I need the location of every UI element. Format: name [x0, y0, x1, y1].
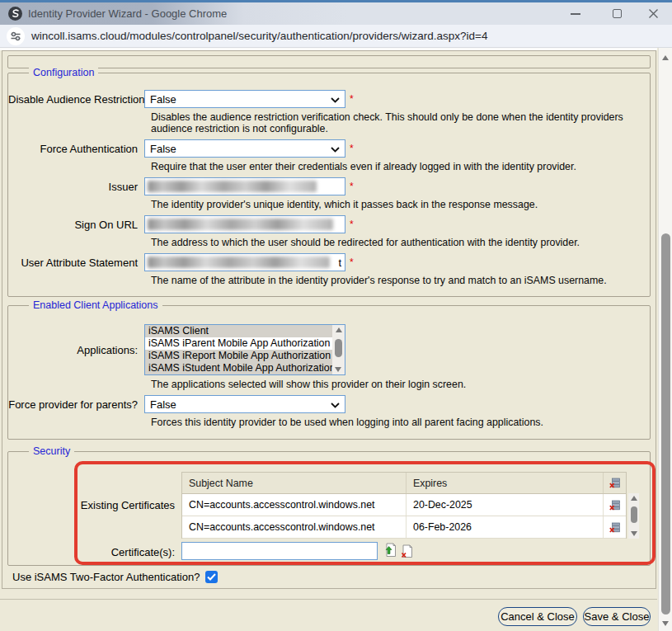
tune-icon: [10, 31, 21, 42]
close-button[interactable]: [637, 2, 670, 25]
enabled-client-applications-fieldset: Enabled Client Applications Applications…: [7, 305, 651, 440]
two-factor-checkbox[interactable]: [205, 571, 218, 583]
scroll-down-icon[interactable]: [662, 621, 669, 626]
table-scrollbar[interactable]: [628, 493, 639, 539]
scrollbar-thumb[interactable]: [661, 233, 670, 615]
force-authentication-row: Force Authentication False *: [8, 139, 650, 158]
issuer-input[interactable]: [144, 177, 345, 195]
applications-label: Applications:: [8, 344, 144, 356]
table-row[interactable]: CN=accounts.accesscontrol.windows.net 20…: [182, 494, 626, 516]
issuer-row: Issuer *: [8, 177, 650, 195]
disable-audience-restriction-row: Disable Audience Restriction False *: [8, 90, 650, 108]
footer-divider: [0, 599, 657, 600]
enabled-client-applications-legend: Enabled Client Applications: [29, 299, 162, 312]
sign-on-url-input[interactable]: [144, 215, 345, 233]
save-close-button[interactable]: Save & Close: [583, 607, 651, 626]
user-attribute-statement-row: User Attribute Statement t *: [8, 253, 650, 271]
delete-certificate-icon: [609, 478, 620, 488]
expires-header: Expires: [406, 473, 603, 493]
scrollbar-thumb[interactable]: [631, 506, 637, 523]
issuer-label: Issuer: [8, 181, 144, 193]
user-attribute-statement-input[interactable]: t: [144, 253, 345, 271]
listbox-scrollbar[interactable]: [332, 325, 345, 374]
force-authentication-label: Force Authentication: [8, 143, 144, 155]
scroll-up-icon[interactable]: [662, 55, 669, 60]
identity-provider-wizard-window: Identity Provider Wizard - Google Chrome…: [0, 0, 672, 631]
required-marker: *: [350, 181, 354, 192]
scroll-down-icon[interactable]: [335, 367, 341, 372]
force-authentication-select[interactable]: False: [144, 139, 345, 158]
minimize-button[interactable]: [559, 2, 592, 25]
select-value: False: [145, 93, 176, 106]
two-factor-row: Use iSAMS Two-Factor Authentication?: [12, 570, 218, 583]
page-scrollbar[interactable]: [658, 48, 672, 631]
sign-on-url-row: Sign On URL *: [8, 215, 650, 233]
subject-name-cell: CN=accounts.accesscontrol.windows.net: [182, 516, 406, 538]
maximize-button[interactable]: [600, 2, 633, 25]
applications-description: The applications selected will show this…: [151, 379, 633, 390]
force-provider-for-parents-description: Forces this identity provider to be used…: [151, 417, 633, 428]
visible-suffix: t: [338, 257, 341, 269]
certificates-table: Subject Name Expires: [181, 472, 627, 539]
applications-row: Applications: iSAMS Client iSAMS iParent…: [8, 324, 650, 375]
delete-certificate-icon: [609, 522, 620, 533]
scrolled-fieldset-partial: [7, 55, 651, 68]
table-row[interactable]: CN=accounts.accesscontrol.windows.net 06…: [182, 516, 626, 539]
delete-certificate-icon: [609, 500, 620, 511]
url-text[interactable]: wincoll.isams.cloud/modules/controlpanel…: [31, 25, 487, 48]
scroll-down-icon[interactable]: [631, 531, 637, 536]
select-value: False: [145, 143, 176, 155]
delete-row-cell[interactable]: [603, 516, 626, 538]
applications-listbox[interactable]: iSAMS Client iSAMS iParent Mobile App Au…: [144, 324, 345, 375]
force-provider-for-parents-row: Force provider for parents? False: [8, 395, 650, 413]
scroll-up-icon[interactable]: [336, 327, 342, 332]
list-item[interactable]: iSAMS iParent Mobile App Authorization C…: [145, 337, 334, 350]
delete-row-cell[interactable]: [603, 494, 626, 516]
upload-certificate-icon[interactable]: [383, 543, 397, 558]
subject-name-cell: CN=accounts.accesscontrol.windows.net: [182, 494, 406, 516]
list-item[interactable]: iSAMS iStudent Mobile App Authorization …: [145, 362, 334, 374]
redacted-value: [148, 181, 317, 192]
existing-certificates-label: Existing Certificates: [8, 499, 175, 511]
chevron-down-icon: [331, 403, 340, 408]
required-marker: *: [350, 219, 354, 230]
window-titlebar: Identity Provider Wizard - Google Chrome: [0, 0, 672, 25]
table-header-row: Subject Name Expires: [182, 473, 626, 494]
two-factor-label: Use iSAMS Two-Factor Authentication?: [12, 571, 200, 583]
chevron-down-icon: [331, 147, 340, 153]
list-item[interactable]: iSAMS Client: [145, 325, 334, 337]
delete-all-cell[interactable]: [603, 473, 626, 493]
minimize-icon: [571, 13, 580, 15]
list-item[interactable]: iSAMS iReport Mobile App Authorization C…: [145, 350, 334, 362]
expires-cell: 20-Dec-2025: [406, 494, 603, 516]
redacted-value: [148, 219, 333, 230]
sign-on-url-description: The address to which the user should be …: [151, 237, 633, 248]
page-content: Configuration Disable Audience Restricti…: [0, 48, 672, 631]
select-value: False: [145, 398, 176, 411]
required-marker: *: [350, 93, 354, 105]
disable-audience-restriction-label: Disable Audience Restriction: [8, 93, 144, 106]
security-fieldset: Security Existing Certificates Subject N…: [7, 451, 651, 566]
expires-cell: 06-Feb-2026: [406, 516, 603, 538]
window-title: Identity Provider Wizard - Google Chrome: [28, 2, 227, 25]
site-settings-button[interactable]: [7, 27, 25, 45]
scrollbar-thumb[interactable]: [335, 339, 342, 357]
disable-audience-restriction-description: Disables the audience restriction verifi…: [151, 111, 633, 134]
form-viewport: Configuration Disable Audience Restricti…: [2, 50, 656, 589]
site-favicon-icon: [8, 7, 22, 21]
required-marker: *: [350, 143, 354, 154]
maximize-icon: [613, 9, 622, 18]
force-provider-for-parents-label: Force provider for parents?: [8, 398, 144, 411]
scroll-up-icon[interactable]: [631, 496, 637, 501]
force-provider-for-parents-select[interactable]: False: [144, 395, 345, 413]
chevron-down-icon: [331, 97, 340, 103]
disable-audience-restriction-select[interactable]: False: [144, 90, 345, 108]
certificates-input[interactable]: [181, 542, 378, 560]
url-bar[interactable]: wincoll.isams.cloud/modules/controlpanel…: [0, 25, 672, 48]
subject-name-header: Subject Name: [182, 473, 406, 493]
configuration-fieldset: Configuration Disable Audience Restricti…: [7, 73, 651, 297]
remove-certificate-icon[interactable]: [400, 544, 413, 558]
cancel-close-button[interactable]: Cancel & Close: [498, 607, 577, 626]
checkmark-icon: [207, 573, 216, 581]
certificates-label: Certificate(s):: [8, 546, 175, 558]
